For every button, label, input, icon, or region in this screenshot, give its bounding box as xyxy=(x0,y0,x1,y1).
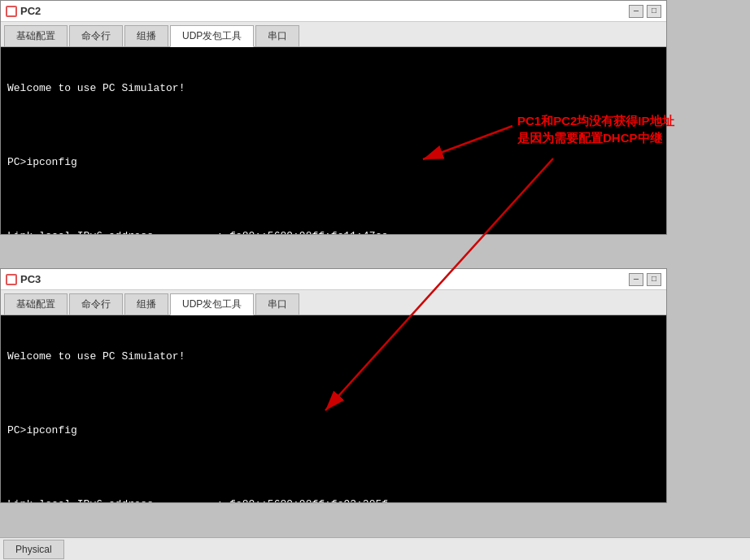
bottom-tab-physical[interactable]: Physical xyxy=(3,540,64,559)
annotation-line2: 是因为需要配置DHCP中继 xyxy=(517,131,662,145)
pc3-tab-basic[interactable]: 基础配置 xyxy=(4,293,68,315)
pc3-line-0: Welcome to use PC Simulator! xyxy=(7,349,660,364)
pc3-icon xyxy=(6,274,17,285)
pc2-line-0: Welcome to use PC Simulator! xyxy=(7,81,660,96)
pc3-title-text: PC3 xyxy=(20,273,41,285)
pc3-tab-udp[interactable]: UDP发包工具 xyxy=(170,293,254,315)
pc2-tab-multicast[interactable]: 组播 xyxy=(124,25,168,46)
pc2-tab-udp[interactable]: UDP发包工具 xyxy=(170,25,254,47)
annotation-line1: PC1和PC2均没有获得IP地址 xyxy=(517,114,674,128)
pc2-line-2: PC>ipconfig xyxy=(7,155,660,170)
pc2-maximize-btn[interactable]: □ xyxy=(647,5,661,18)
pc3-maximize-btn[interactable]: □ xyxy=(647,273,661,286)
pc3-window: PC3 — □ 基础配置 命令行 组播 UDP发包工具 串口 Welcome t… xyxy=(0,268,667,503)
pc2-tabs: 基础配置 命令行 组播 UDP发包工具 串口 xyxy=(1,22,666,47)
pc2-title-bar: PC2 — □ xyxy=(1,1,666,22)
pc2-tab-basic[interactable]: 基础配置 xyxy=(4,25,68,46)
pc2-tab-serial[interactable]: 串口 xyxy=(255,25,299,46)
pc2-icon xyxy=(6,6,17,17)
pc3-line-2: PC>ipconfig xyxy=(7,423,660,438)
pc2-minimize-btn[interactable]: — xyxy=(629,5,643,18)
pc3-terminal: Welcome to use PC Simulator! PC>ipconfig… xyxy=(1,315,666,502)
pc3-tabs: 基础配置 命令行 组播 UDP发包工具 串口 xyxy=(1,290,666,315)
pc2-line-4: Link local IPv6 address..........: fe80:… xyxy=(7,229,660,234)
pc3-title-controls: — □ xyxy=(629,273,661,286)
pc2-tab-cmd[interactable]: 命令行 xyxy=(69,25,123,46)
pc3-title-left: PC3 xyxy=(6,273,41,285)
bottom-tab-bar: Physical xyxy=(0,537,750,560)
pc2-title-left: PC2 xyxy=(6,5,41,17)
pc3-tab-cmd[interactable]: 命令行 xyxy=(69,293,123,315)
pc3-tab-multicast[interactable]: 组播 xyxy=(124,293,168,315)
pc3-title-bar: PC3 — □ xyxy=(1,269,666,290)
pc2-title-controls: — □ xyxy=(629,5,661,18)
annotation-text: PC1和PC2均没有获得IP地址 是因为需要配置DHCP中继 xyxy=(517,112,674,146)
pc3-minimize-btn[interactable]: — xyxy=(629,273,643,286)
pc3-tab-serial[interactable]: 串口 xyxy=(255,293,299,315)
pc2-title-text: PC2 xyxy=(20,5,41,17)
pc3-line-4: Link local IPv6 address..........: fe80:… xyxy=(7,497,660,502)
